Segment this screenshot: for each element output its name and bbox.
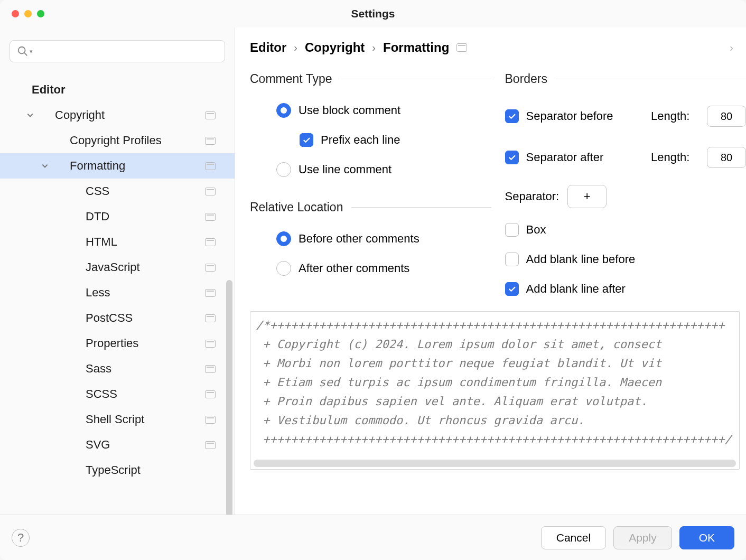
tree-item-label: Properties: [86, 337, 201, 350]
scope-icon: [205, 390, 216, 398]
scope-icon: [205, 188, 216, 195]
sep-before-length-input[interactable]: [707, 106, 746, 127]
chevron-right-icon: ›: [372, 42, 376, 54]
tree-item-label: Copyright: [55, 108, 201, 122]
checkbox-box[interactable]: [505, 223, 519, 237]
search-icon: [17, 45, 29, 57]
checkbox-prefix-each[interactable]: [300, 133, 313, 147]
tree-item-formatting[interactable]: Formatting: [0, 153, 235, 179]
checkbox-blank-after[interactable]: [505, 282, 519, 296]
use-line-label: Use line comment: [299, 163, 391, 176]
radio-after[interactable]: [276, 261, 291, 276]
svg-line-1: [24, 53, 27, 55]
search-field[interactable]: ▾: [10, 40, 225, 62]
use-block-comment-row[interactable]: Use block comment: [250, 96, 491, 125]
tree-item-copyright-profiles[interactable]: Copyright Profiles: [0, 128, 235, 153]
checkbox-sep-before[interactable]: [505, 109, 519, 123]
cancel-button[interactable]: Cancel: [541, 526, 606, 549]
separator-after-row: Separator after Length:: [505, 137, 747, 178]
tree-item-copyright[interactable]: Copyright: [0, 102, 235, 128]
after-label: After other comments: [299, 262, 409, 275]
tree-item-postcss[interactable]: PostCSS: [0, 305, 235, 331]
use-block-label: Use block comment: [299, 104, 400, 117]
tree-item-javascript[interactable]: JavaScript: [0, 255, 235, 280]
separator-char-input[interactable]: [567, 185, 607, 208]
tree-item-svg[interactable]: SVG: [0, 432, 235, 458]
scope-icon: [205, 314, 216, 322]
breadcrumb-formatting[interactable]: Formatting: [383, 40, 449, 55]
tree-item-sass[interactable]: Sass: [0, 356, 235, 381]
scope-icon: [205, 111, 216, 119]
checkbox-sep-after[interactable]: [505, 151, 519, 164]
scope-icon: [205, 213, 216, 221]
apply-button[interactable]: Apply: [613, 526, 672, 549]
tree-item-label: Formatting: [70, 159, 201, 173]
sep-before-len-label: Length:: [651, 109, 698, 123]
use-line-comment-row[interactable]: Use line comment: [250, 155, 491, 184]
preview-scrollbar[interactable]: [254, 460, 736, 467]
tree-item-label: SVG: [86, 438, 201, 452]
tree-item-shell-script[interactable]: Shell Script: [0, 407, 235, 432]
titlebar: Settings: [0, 0, 746, 27]
blank-before-row[interactable]: Add blank line before: [505, 245, 747, 274]
divider: [351, 207, 491, 208]
after-comments-row[interactable]: After other comments: [250, 254, 491, 283]
search-input[interactable]: [10, 40, 225, 62]
scope-icon: [205, 441, 216, 449]
settings-content: Comment Type Use block comment Prefix ea…: [235, 60, 746, 515]
prefix-each-line-row[interactable]: Prefix each line: [250, 125, 491, 155]
scope-icon: [205, 238, 216, 246]
tree-item-label: HTML: [86, 235, 201, 249]
box-label: Box: [526, 223, 546, 237]
group-comment-type: Comment Type: [250, 72, 332, 86]
tree-item-editor[interactable]: Editor: [0, 77, 235, 102]
ok-button[interactable]: OK: [679, 526, 734, 549]
scope-icon: [205, 365, 216, 373]
tree-item-css[interactable]: CSS: [0, 179, 235, 204]
chevron-down-icon[interactable]: [41, 162, 49, 170]
scope-icon: [205, 162, 216, 170]
separator-char-label: Separator:: [505, 190, 559, 203]
checkbox-blank-before[interactable]: [505, 253, 519, 266]
group-relative-location: Relative Location: [250, 200, 343, 214]
box-row[interactable]: Box: [505, 215, 747, 245]
search-options-icon[interactable]: ▾: [30, 48, 33, 55]
separator-char-row: Separator:: [505, 178, 747, 215]
tree-item-label: Copyright Profiles: [70, 134, 201, 147]
chevron-right-icon: ›: [294, 42, 297, 54]
chevron-down-icon[interactable]: [26, 111, 34, 119]
tree-item-less[interactable]: Less: [0, 280, 235, 305]
tree-item-typescript[interactable]: TypeScript: [0, 458, 235, 483]
settings-window: Settings ▾ EditorCopyrightCopyright Prof…: [0, 0, 746, 560]
svg-point-0: [18, 47, 25, 54]
separator-before-toggle[interactable]: Separator before: [505, 109, 643, 123]
blank-after-label: Add blank line after: [526, 282, 626, 296]
radio-before[interactable]: [276, 231, 291, 246]
breadcrumb-copyright[interactable]: Copyright: [305, 40, 365, 55]
radio-use-line[interactable]: [276, 162, 291, 177]
settings-tree[interactable]: EditorCopyrightCopyright ProfilesFormatt…: [0, 69, 235, 515]
before-comments-row[interactable]: Before other comments: [250, 224, 491, 254]
tree-item-label: Shell Script: [86, 413, 201, 426]
separator-before-row: Separator before Length:: [505, 96, 747, 137]
tree-item-label: SCSS: [86, 387, 201, 401]
blank-before-label: Add blank line before: [526, 253, 636, 266]
tree-item-label: CSS: [86, 184, 201, 198]
scope-icon: [205, 416, 216, 424]
scope-icon: [205, 137, 216, 145]
separator-after-toggle[interactable]: Separator after: [505, 151, 643, 164]
tree-item-html[interactable]: HTML: [0, 229, 235, 255]
tree-item-dtd[interactable]: DTD: [0, 204, 235, 229]
help-button[interactable]: ?: [12, 529, 30, 547]
expand-icon[interactable]: ›: [730, 42, 733, 54]
sep-after-length-input[interactable]: [707, 147, 746, 168]
main-panel: Editor › Copyright › Formatting › Commen…: [235, 27, 746, 515]
body: ▾ EditorCopyrightCopyright ProfilesForma…: [0, 27, 746, 515]
tree-item-scss[interactable]: SCSS: [0, 381, 235, 407]
tree-item-properties[interactable]: Properties: [0, 331, 235, 356]
radio-use-block[interactable]: [276, 103, 291, 118]
window-title: Settings: [0, 7, 746, 20]
breadcrumb-editor[interactable]: Editor: [250, 40, 286, 55]
blank-after-row[interactable]: Add blank line after: [505, 274, 747, 304]
tree-item-label: Less: [86, 286, 201, 300]
